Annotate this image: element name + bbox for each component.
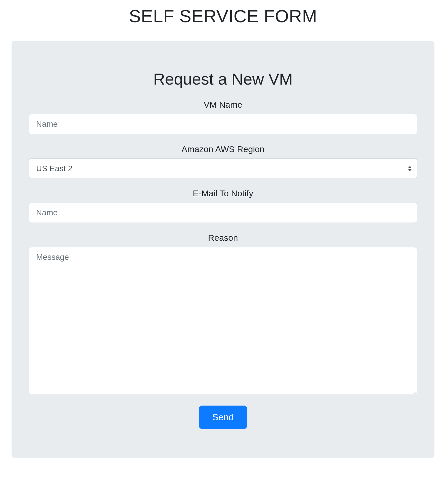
reason-label: Reason bbox=[29, 233, 417, 243]
vm-name-group: VM Name bbox=[29, 100, 417, 134]
email-input[interactable] bbox=[29, 203, 417, 223]
region-label: Amazon AWS Region bbox=[29, 144, 417, 154]
form-card: Request a New VM VM Name Amazon AWS Regi… bbox=[12, 41, 434, 458]
reason-group: Reason bbox=[29, 233, 417, 395]
region-select[interactable]: US East 2 bbox=[29, 158, 417, 178]
email-label: E-Mail To Notify bbox=[29, 188, 417, 198]
page-title: SELF SERVICE FORM bbox=[0, 6, 446, 26]
form-title: Request a New VM bbox=[29, 70, 417, 88]
reason-textarea[interactable] bbox=[29, 247, 417, 394]
region-group: Amazon AWS Region US East 2 bbox=[29, 144, 417, 178]
region-select-wrapper: US East 2 bbox=[29, 158, 417, 178]
email-group: E-Mail To Notify bbox=[29, 188, 417, 223]
button-row: Send bbox=[29, 406, 417, 429]
send-button[interactable]: Send bbox=[199, 406, 247, 429]
vm-name-label: VM Name bbox=[29, 100, 417, 110]
vm-name-input[interactable] bbox=[29, 114, 417, 134]
